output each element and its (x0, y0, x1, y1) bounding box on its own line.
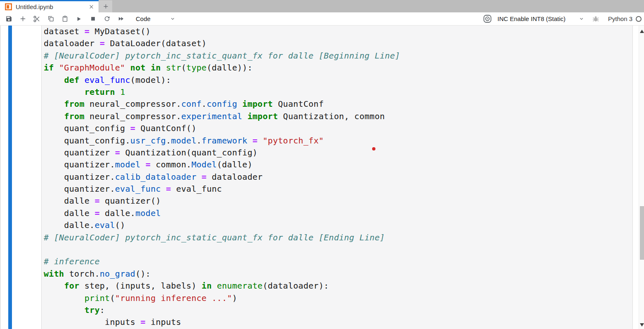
cut-icon (33, 15, 40, 23)
restart-icon (104, 15, 111, 22)
code-area: dataset = MyDataset()dataloader = DataLo… (42, 26, 632, 329)
close-icon[interactable] (87, 3, 95, 11)
toolbar-left-group: Code (0, 14, 175, 24)
code-line: quantizer.eval_func = eval_func (44, 183, 632, 195)
code-line: try: (44, 304, 632, 316)
new-tab-icon (103, 3, 109, 9)
neural-coder-dropdown[interactable] (579, 16, 584, 21)
code-line: dataset = MyDataset() (44, 26, 632, 38)
restart-kernel-button[interactable] (102, 14, 112, 24)
notebook-file-icon (5, 3, 12, 10)
chevron-down-icon (579, 16, 584, 21)
tab-untitled-ipynb[interactable]: Untitled.ipynb (0, 0, 99, 12)
vertical-scrollbar (639, 26, 644, 329)
neural-coder-button[interactable] (483, 14, 492, 24)
code-line: return 1 (44, 86, 632, 98)
code-line: quantizer = Quantization(quant_config) (44, 147, 632, 159)
scrollbar-thumb[interactable] (640, 206, 644, 260)
active-cell-collapser[interactable] (8, 26, 12, 329)
code-line: if "GraphModule" not in str(type(dalle))… (44, 62, 632, 74)
code-line: from neural_compressor.experimental impo… (44, 110, 632, 122)
kernel-name[interactable]: Python 3 (608, 15, 632, 22)
code-line: from neural_compressor.conf.config impor… (44, 98, 632, 110)
paste-icon (61, 15, 68, 22)
code-line: dataloader = DataLoader(dataset) (44, 38, 632, 49)
red-dot-marker (372, 147, 375, 150)
add-cell-icon (19, 15, 26, 22)
code-line: quant_config.usr_cfg.model.framework = "… (44, 135, 632, 147)
code-line: dalle.eval() (44, 219, 632, 231)
tab-bar: Untitled.ipynb (0, 0, 644, 12)
chevron-down-icon (170, 16, 175, 21)
save-button[interactable] (4, 14, 14, 24)
run-icon (75, 16, 82, 22)
code-line: dalle = dalle.model (44, 207, 632, 219)
kernel-status-icon (636, 16, 642, 22)
scroll-down-arrow[interactable] (640, 323, 644, 327)
code-line (44, 244, 632, 256)
code-line: with torch.no_grad(): (44, 268, 632, 280)
code-line: def eval_func(model): (44, 74, 632, 86)
code-line: print("running inference ...") (44, 292, 632, 304)
run-all-icon (118, 15, 125, 22)
code-line: dalle = quantizer() (44, 195, 632, 207)
code-line: quant_config = QuantConf() (44, 122, 632, 134)
window-left-edge (0, 26, 0, 329)
code-line: inputs = inputs (44, 316, 632, 328)
stop-icon (90, 16, 96, 22)
neural-coder-icon (483, 14, 492, 24)
bug-icon (592, 15, 599, 23)
run-cell-button[interactable] (74, 14, 84, 24)
code-cell-editor[interactable]: dataset = MyDataset()dataloader = DataLo… (41, 26, 633, 329)
cell-type-value: Code (136, 15, 151, 22)
copy-icon (47, 15, 54, 22)
paste-cells-button[interactable] (60, 14, 70, 24)
code-line: for step, (inputs, labels) in enumerate(… (44, 280, 632, 292)
debugger-button[interactable] (592, 15, 599, 23)
save-icon (5, 15, 12, 22)
copy-cells-button[interactable] (46, 14, 56, 24)
neural-coder-label: INC Enable INT8 (Static) (498, 15, 566, 22)
notebook-toolbar: Code INC Enable INT8 (Static) Python 3 (0, 12, 644, 26)
toolbar-right-group: INC Enable INT8 (Static) Python 3 (483, 14, 644, 24)
scroll-up-arrow[interactable] (640, 30, 644, 33)
tab-title: Untitled.ipynb (16, 3, 84, 10)
code-line: # [NeuralCoder] pytorch_inc_static_quant… (44, 50, 632, 62)
code-line: quantizer.calib_dataloader = dataloader (44, 171, 632, 183)
interrupt-kernel-button[interactable] (88, 14, 98, 24)
restart-run-all-button[interactable] (116, 14, 126, 24)
code-line: # inference (44, 256, 632, 268)
notebook-window: Untitled.ipynb (0, 0, 644, 329)
cut-cells-button[interactable] (32, 14, 42, 24)
code-line: quantizer.model = common.Model(dalle) (44, 159, 632, 171)
new-tab-button[interactable] (99, 0, 112, 12)
notebook-panel: dataset = MyDataset()dataloader = DataLo… (0, 26, 644, 329)
add-cell-button[interactable] (18, 14, 28, 24)
code-line: # [NeuralCoder] pytorch_inc_static_quant… (44, 232, 632, 244)
cell-type-dropdown[interactable]: Code (136, 15, 175, 22)
